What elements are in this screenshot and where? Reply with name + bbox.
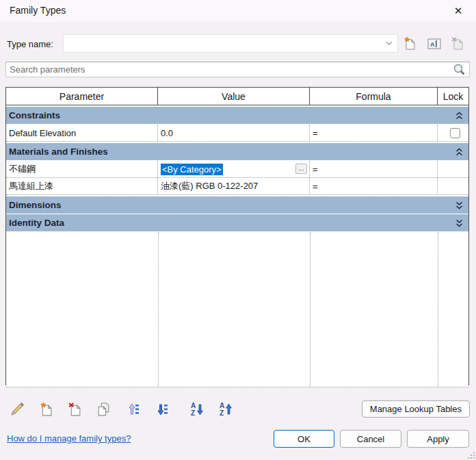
double-chevron-up-icon[interactable] bbox=[455, 112, 463, 120]
double-chevron-down-icon[interactable] bbox=[455, 219, 463, 227]
move-up-button[interactable] bbox=[122, 400, 142, 419]
column-header-value[interactable]: Value bbox=[158, 88, 310, 105]
rename-type-button[interactable]: A bbox=[425, 35, 443, 53]
close-button[interactable]: ✕ bbox=[445, 0, 472, 22]
copy-parameter-icon bbox=[96, 402, 111, 418]
move-down-button[interactable] bbox=[150, 400, 171, 419]
section-title: Dimensions bbox=[6, 200, 62, 210]
column-header-lock[interactable]: Lock bbox=[438, 88, 468, 105]
browse-material-button[interactable]: ... bbox=[295, 164, 307, 174]
section-header-dimensions[interactable]: Dimensions bbox=[6, 196, 468, 214]
move-down-icon bbox=[153, 401, 169, 418]
table-row-stainless-steel: 不鏽鋼 <By Category> ... = bbox=[6, 161, 468, 178]
delete-parameter-icon bbox=[67, 402, 83, 418]
double-chevron-up-icon[interactable] bbox=[455, 148, 463, 156]
move-up-icon bbox=[124, 401, 140, 418]
parameter-name-cell[interactable]: Default Elevation bbox=[6, 125, 158, 141]
type-name-input[interactable] bbox=[65, 36, 378, 51]
cancel-button[interactable]: Cancel bbox=[340, 430, 401, 448]
parameter-name-cell[interactable]: 不鏽鋼 bbox=[6, 161, 158, 177]
delete-type-icon bbox=[450, 36, 465, 51]
value-cell-editing[interactable]: <By Category> ... bbox=[158, 161, 310, 177]
column-divider bbox=[438, 232, 438, 387]
parameter-toolbar: A Z A Z bbox=[7, 400, 237, 419]
family-types-dialog: Family Types ✕ Type name: A bbox=[0, 0, 476, 460]
type-name-combobox[interactable] bbox=[63, 34, 398, 53]
column-header-parameter[interactable]: Parameter bbox=[6, 88, 158, 105]
svg-text:A: A bbox=[430, 41, 435, 48]
section-header-materials-and-finishes[interactable]: Materials and Finishes bbox=[6, 143, 468, 161]
edit-parameter-button[interactable] bbox=[7, 400, 27, 419]
sort-descending-icon: A Z bbox=[218, 401, 235, 418]
formula-cell[interactable]: = bbox=[310, 125, 438, 141]
new-parameter-icon bbox=[38, 402, 54, 418]
lock-checkbox[interactable] bbox=[450, 128, 460, 138]
ok-button[interactable]: OK bbox=[274, 430, 334, 448]
dialog-title: Family Types bbox=[10, 5, 66, 16]
apply-button[interactable]: Apply bbox=[407, 430, 469, 448]
section-title: Constraints bbox=[6, 110, 60, 120]
lock-cell bbox=[438, 161, 468, 177]
table-header-row: Parameter Value Formula Lock bbox=[6, 88, 468, 105]
close-icon: ✕ bbox=[454, 5, 463, 17]
table-row-default-elevation: Default Elevation 0.0 = bbox=[6, 125, 468, 142]
lock-cell bbox=[438, 125, 468, 141]
delete-type-button[interactable] bbox=[449, 35, 466, 53]
section-header-identity-data[interactable]: Identity Data bbox=[6, 214, 468, 232]
new-type-button[interactable] bbox=[401, 35, 419, 53]
search-input[interactable] bbox=[10, 64, 440, 75]
lock-cell bbox=[438, 178, 468, 194]
formula-cell[interactable]: = bbox=[310, 178, 438, 194]
formula-cell[interactable]: = bbox=[310, 161, 438, 177]
selected-value-text: <By Category> bbox=[161, 164, 223, 175]
search-icon[interactable] bbox=[452, 63, 466, 77]
svg-text:A: A bbox=[191, 402, 196, 409]
svg-text:Z: Z bbox=[220, 409, 224, 417]
manage-lookup-tables-button[interactable]: Manage Lookup Tables bbox=[362, 400, 470, 418]
table-row-motor-paint: 馬達組上漆 油漆(藍) RGB 0-122-207 = bbox=[6, 178, 468, 195]
column-divider bbox=[158, 232, 159, 387]
help-link[interactable]: How do I manage family types? bbox=[7, 433, 131, 444]
column-header-formula[interactable]: Formula bbox=[310, 88, 438, 105]
new-type-icon bbox=[402, 36, 417, 51]
title-bar: Family Types ✕ bbox=[0, 0, 476, 22]
section-title: Materials and Finishes bbox=[6, 146, 108, 157]
double-chevron-down-icon[interactable] bbox=[455, 201, 463, 209]
resize-grip[interactable] bbox=[466, 450, 475, 459]
delete-parameter-button[interactable] bbox=[64, 400, 85, 419]
sort-ascending-button[interactable]: A Z bbox=[187, 400, 208, 419]
svg-text:A: A bbox=[220, 402, 224, 409]
section-header-constraints[interactable]: Constraints bbox=[6, 107, 468, 125]
rename-type-icon: A bbox=[427, 36, 442, 51]
edit-parameter-pencil-icon bbox=[9, 401, 25, 418]
sort-descending-button[interactable]: A Z bbox=[216, 400, 237, 419]
column-divider bbox=[310, 232, 310, 387]
table-empty-area bbox=[6, 232, 468, 387]
chevron-down-icon[interactable] bbox=[385, 40, 393, 46]
parameter-name-cell[interactable]: 馬達組上漆 bbox=[6, 178, 158, 194]
sort-ascending-icon: A Z bbox=[189, 401, 206, 418]
copy-parameter-button[interactable] bbox=[93, 400, 114, 419]
search-box bbox=[5, 62, 470, 77]
value-cell[interactable]: 0.0 bbox=[158, 125, 310, 141]
svg-text:Z: Z bbox=[191, 409, 195, 417]
section-title: Identity Data bbox=[6, 218, 64, 228]
parameters-table: Parameter Value Formula Lock Constraints… bbox=[5, 87, 469, 385]
value-cell[interactable]: 油漆(藍) RGB 0-122-207 bbox=[158, 178, 310, 194]
new-parameter-button[interactable] bbox=[36, 400, 56, 419]
type-name-label: Type name: bbox=[7, 39, 53, 49]
